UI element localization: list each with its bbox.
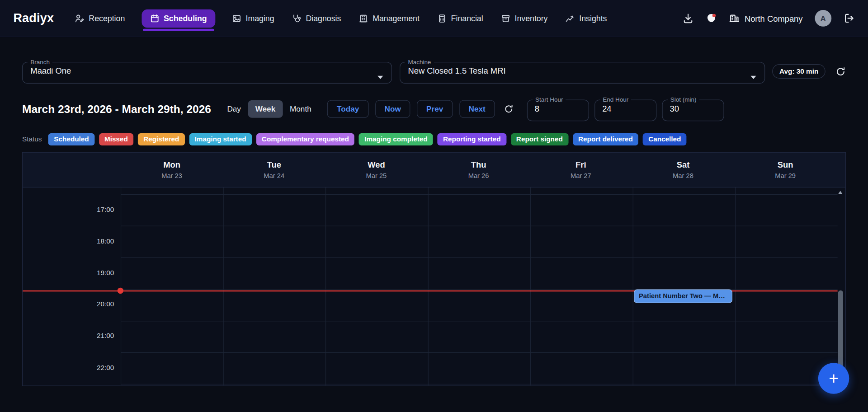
now-button[interactable]: Now	[375, 100, 410, 118]
day-header-thu: ThuMar 26	[427, 153, 529, 187]
nav-item-label: Diagnosis	[306, 14, 341, 23]
status-legend: Status ScheduledMissedRegisteredImaging …	[22, 133, 846, 145]
day-column-fri[interactable]	[530, 187, 633, 385]
main-content: Branch Maadi One Machine New Closed 1.5 …	[0, 59, 868, 386]
machines-refresh-button[interactable]	[835, 66, 846, 76]
branch-select-label: Branch	[28, 59, 52, 65]
logout-button[interactable]	[844, 13, 854, 23]
slot-minutes-field: Slot (min)	[662, 97, 724, 121]
main-nav: ReceptionSchedulingImagingDiagnosisManag…	[74, 9, 608, 27]
status-badges: ScheduledMissedRegisteredImaging started…	[48, 133, 687, 145]
nav-item-scheduling[interactable]: Scheduling	[142, 9, 215, 27]
day-name: Sat	[677, 160, 690, 169]
date-range-title: March 23rd, 2026 - March 29th, 2026	[22, 103, 211, 115]
topbar-right: North Company A	[683, 10, 855, 27]
prev-button[interactable]: Prev	[417, 100, 453, 118]
machine-select-label: Machine	[405, 59, 434, 65]
nav-item-label: Insights	[579, 14, 607, 23]
today-button[interactable]: Today	[327, 100, 368, 118]
machine-select[interactable]: Machine New Closed 1.5 Tesla MRI	[400, 59, 765, 84]
time-label: 18:00	[23, 237, 114, 245]
nav-item-label: Scheduling	[164, 14, 207, 23]
day-column-sun[interactable]	[735, 187, 838, 385]
status-badge-imaging-started: Imaging started	[189, 133, 251, 145]
day-name: Wed	[368, 160, 385, 169]
status-badge-reporting-started: Reporting started	[438, 133, 506, 145]
scrollbar-up-arrow-icon[interactable]	[838, 191, 843, 194]
branch-select[interactable]: Branch Maadi One	[22, 59, 392, 84]
notifications-icon	[706, 13, 717, 23]
day-column-wed[interactable]	[326, 187, 428, 385]
nav-item-financial[interactable]: Financial	[436, 9, 485, 27]
day-date: Mar 28	[673, 172, 693, 180]
slot-minutes-input[interactable]	[663, 103, 724, 113]
end-hour-label: End Hour	[600, 97, 631, 103]
nav-item-insights[interactable]: Insights	[564, 9, 608, 27]
day-name: Fri	[576, 160, 586, 169]
avatar[interactable]: A	[815, 10, 831, 27]
calendar-toolbar: March 23rd, 2026 - March 29th, 2026 DayW…	[22, 97, 846, 121]
calendar-scrollbar	[838, 189, 844, 384]
app-logo[interactable]: Radiyx	[13, 11, 54, 25]
start-hour-label: Start Hour	[533, 97, 566, 103]
view-toggle-month[interactable]: Month	[283, 100, 318, 118]
day-header-mon: MonMar 23	[121, 153, 223, 187]
end-hour-field: End Hour	[594, 97, 656, 121]
day-column-tue[interactable]	[223, 187, 326, 385]
next-button[interactable]: Next	[459, 100, 495, 118]
day-headers: MonMar 23TueMar 24WedMar 25ThuMar 26FriM…	[121, 153, 836, 187]
topbar: Radiyx ReceptionSchedulingImagingDiagnos…	[0, 0, 868, 37]
time-label: 17:00	[23, 206, 114, 213]
nav-item-management[interactable]: Management	[358, 9, 420, 27]
day-name: Mon	[163, 160, 180, 169]
start-hour-field: Start Hour	[527, 97, 589, 121]
view-toggle: DayWeekMonth	[220, 100, 318, 118]
time-label: 19:00	[23, 269, 114, 276]
company-name: North Company	[745, 14, 803, 23]
day-column-thu[interactable]	[428, 187, 531, 385]
nav-item-diagnosis[interactable]: Diagnosis	[291, 9, 342, 27]
calendar-refresh-button[interactable]	[504, 104, 514, 114]
nav-item-reception[interactable]: Reception	[74, 9, 126, 27]
nav-item-imaging[interactable]: Imaging	[231, 9, 275, 27]
refresh-icon	[504, 104, 514, 114]
status-badge-imaging-completed: Imaging completed	[359, 133, 433, 145]
nav-item-inventory[interactable]: Inventory	[500, 9, 549, 27]
add-appointment-button[interactable]: +	[818, 363, 849, 394]
end-hour-input[interactable]	[595, 103, 656, 113]
calendar-event[interactable]: Patient Number Two — MRI ...	[634, 289, 732, 303]
status-badge-complementary-requested: Complementary requested	[256, 133, 355, 145]
calendar-body: 17:0018:0019:0020:0021:0022:00 Patient N…	[23, 187, 845, 385]
company-selector[interactable]: North Company	[729, 12, 803, 24]
day-date: Mar 29	[775, 172, 796, 180]
calendar-icon	[150, 14, 159, 23]
status-badge-scheduled: Scheduled	[48, 133, 94, 145]
view-toggle-day[interactable]: Day	[220, 100, 248, 118]
day-header-wed: WedMar 25	[325, 153, 427, 187]
notifications-button[interactable]	[706, 13, 717, 23]
day-date: Mar 27	[571, 172, 591, 180]
time-label: 20:00	[23, 300, 114, 308]
view-toggle-week[interactable]: Week	[248, 100, 283, 118]
slot-minutes-label: Slot (min)	[668, 97, 699, 103]
status-badge-registered: Registered	[138, 133, 185, 145]
download-button[interactable]	[683, 13, 693, 23]
day-header-sat: SatMar 28	[632, 153, 734, 187]
start-hour-input[interactable]	[528, 103, 589, 113]
stethoscope-icon	[292, 14, 302, 23]
status-badge-missed: Missed	[99, 133, 133, 145]
time-label: 22:00	[23, 364, 114, 371]
status-badge-report-delivered: Report delivered	[573, 133, 638, 145]
nav-item-label: Management	[373, 14, 420, 23]
calendar-nav-buttons: TodayNowPrevNext	[327, 100, 495, 118]
day-column-sat[interactable]	[633, 187, 736, 385]
scrollbar-thumb[interactable]	[838, 290, 843, 369]
day-column-mon[interactable]	[121, 187, 223, 385]
avg-duration-badge: Avg: 30 min	[772, 64, 826, 79]
day-header-sun: SunMar 29	[734, 153, 836, 187]
imaging-icon	[232, 14, 241, 23]
time-label: 21:00	[23, 332, 114, 340]
branch-select-value: Maadi One	[23, 65, 392, 75]
day-name: Tue	[267, 160, 281, 169]
day-date: Mar 25	[366, 172, 387, 180]
